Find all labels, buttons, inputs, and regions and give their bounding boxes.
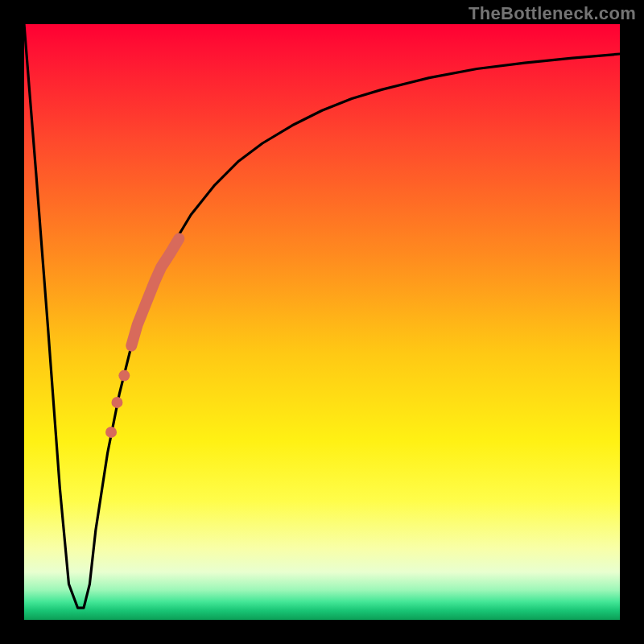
highlight-overlay bbox=[24, 24, 620, 620]
watermark-label: TheBottleneck.com bbox=[469, 3, 636, 24]
svg-point-1 bbox=[111, 397, 122, 408]
plot-area bbox=[24, 24, 620, 620]
svg-point-2 bbox=[105, 427, 117, 438]
chart-frame: TheBottleneck.com bbox=[0, 0, 644, 644]
svg-point-0 bbox=[118, 370, 130, 382]
